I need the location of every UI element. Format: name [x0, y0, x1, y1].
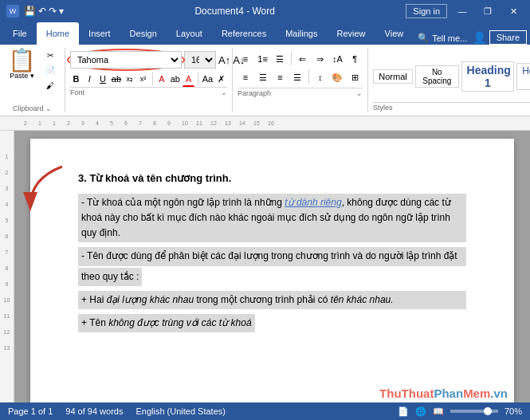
vruler-mark: 4	[6, 196, 9, 212]
style-heading2[interactable]: Heading 2	[516, 63, 530, 90]
align-left-button[interactable]: ≡	[238, 69, 253, 85]
para5-start: + Tên	[81, 317, 108, 328]
view-read-icon[interactable]: 📖	[433, 406, 444, 417]
watermark-vn: .vn	[490, 387, 508, 400]
styles-section: Normal No Spacing Heading 1 Heading 2 ▲ …	[368, 48, 530, 112]
tab-mailings[interactable]: Mailings	[276, 22, 327, 45]
view-web-icon[interactable]: 🌐	[415, 406, 426, 417]
undo-redo-group: 💾 ↶ ↷ ▾	[24, 6, 64, 17]
copy-button[interactable]: 📄	[41, 63, 60, 77]
para5-italic: không được trùng với các từ khoá	[108, 317, 251, 328]
clipboard-label-text: Clipboard	[13, 104, 44, 112]
text-effects-button[interactable]: A	[156, 71, 168, 87]
para2-span: - Tên được dùng để phân biệt các đại lượ…	[81, 250, 457, 261]
tab-layout[interactable]: Layout	[167, 22, 212, 45]
vruler-mark: 6	[6, 228, 9, 244]
decrease-indent-button[interactable]: ⇐	[295, 51, 311, 67]
tab-references[interactable]: References	[212, 22, 276, 45]
italic-button[interactable]: I	[84, 71, 96, 87]
para4-text: + Hai đại lượng khác nhau trong một chươ…	[81, 292, 463, 308]
change-case-button[interactable]: Aa	[202, 71, 214, 87]
tab-file[interactable]: File	[3, 22, 37, 45]
sort-button[interactable]: ↕A	[330, 51, 346, 67]
page-info: Page 1 of 1	[8, 406, 53, 416]
strikethrough-button[interactable]: ab	[110, 71, 122, 87]
redo-button[interactable]: ↷	[49, 6, 57, 17]
para3-block: theo quy tắc :	[78, 268, 142, 286]
clipboard-label: Clipboard ⌄	[13, 104, 52, 112]
borders-button[interactable]: ⊞	[347, 69, 363, 85]
superscript-button[interactable]: x²	[137, 71, 149, 87]
font-name-select[interactable]: Tahoma	[70, 51, 182, 69]
sign-in-button[interactable]: Sign in	[406, 4, 447, 18]
language-info: English (United States)	[135, 406, 226, 416]
font-row1: Tahoma 16 A↑ A↓	[70, 51, 227, 69]
ruler-mark: 5	[110, 120, 124, 126]
styles-gallery: Normal No Spacing Heading 1 Heading 2 ▲ …	[373, 51, 530, 102]
font-size-select[interactable]: 16	[184, 51, 216, 69]
statusbar-right: 📄 🌐 📖 70%	[398, 406, 522, 417]
minimize-button[interactable]: —	[452, 4, 473, 18]
cut-button[interactable]: ✂	[41, 48, 60, 62]
save-button[interactable]: 💾	[24, 6, 36, 17]
vruler-mark: 3	[6, 180, 9, 196]
tab-view[interactable]: View	[375, 22, 414, 45]
share-button[interactable]: Share	[489, 30, 527, 45]
zoom-thumb	[484, 407, 492, 415]
align-center-button[interactable]: ☰	[255, 69, 271, 85]
paragraph-expand-icon[interactable]: ⌄	[356, 89, 363, 97]
shading-button[interactable]: 🎨	[330, 69, 346, 85]
tell-me-input[interactable]: 🔍 Tell me...	[413, 31, 472, 45]
close-button[interactable]: ✕	[503, 4, 524, 18]
ruler-mark: 6	[124, 120, 139, 126]
para4-block: + Hai đại lượng khác nhau trong một chươ…	[78, 291, 466, 309]
bold-button[interactable]: B	[70, 71, 82, 87]
subscript-button[interactable]: x₂	[124, 71, 135, 87]
clear-format-button[interactable]: ✗	[215, 71, 227, 87]
restore-button[interactable]: ❐	[477, 4, 498, 18]
font-name-wrapper: Tahoma	[70, 51, 182, 69]
styles-label: Styles	[373, 104, 393, 112]
format-painter-button[interactable]: 🖌	[41, 78, 60, 92]
search-icon: 🔍	[418, 33, 429, 43]
align-right-button[interactable]: ≡	[272, 69, 288, 85]
numbering-button[interactable]: 1≡	[255, 51, 271, 67]
style-no-spacing[interactable]: No Spacing	[415, 65, 459, 88]
para2-block: - Tên được dùng để phân biệt các đại lượ…	[78, 247, 466, 265]
style-heading1[interactable]: Heading 1	[461, 61, 515, 92]
separator3	[291, 51, 292, 65]
paste-button[interactable]: 📋 Paste ▾	[5, 48, 39, 81]
vruler-mark: 11	[4, 308, 10, 324]
tab-insert[interactable]: Insert	[79, 22, 120, 45]
font-expand-icon[interactable]: ⌄	[221, 88, 227, 96]
page-wrapper: 3. Từ khoá và tên chương trình. - Từ kho…	[14, 131, 530, 402]
watermark-mem: Mem	[463, 387, 490, 400]
watermark: ThuThuatPhanMem.vn	[379, 384, 508, 402]
bullets-button[interactable]: ≡	[238, 51, 253, 67]
tab-home[interactable]: Home	[37, 22, 79, 45]
show-marks-button[interactable]: ¶	[347, 51, 363, 67]
justify-button[interactable]: ☰	[289, 69, 305, 85]
font-color-button[interactable]: A	[183, 71, 194, 87]
style-normal[interactable]: Normal	[373, 69, 413, 84]
para4-start: + Hai	[81, 294, 107, 305]
line-spacing-button[interactable]: ↕	[312, 69, 328, 85]
view-print-icon[interactable]: 📄	[398, 406, 409, 417]
highlight-color-button[interactable]: ab	[169, 71, 181, 87]
share-area: 👤 Share	[473, 30, 527, 45]
clipboard-expand-icon[interactable]: ⌄	[45, 104, 52, 112]
multilevel-button[interactable]: ☰	[272, 51, 288, 67]
paste-icon: 📋	[8, 49, 36, 72]
tab-review[interactable]: Review	[328, 22, 375, 45]
underline-button[interactable]: U	[97, 71, 109, 87]
increase-indent-button[interactable]: ⇒	[312, 51, 328, 67]
para-section-footer: Paragraph ⌄	[238, 88, 363, 97]
increase-font-button[interactable]: A↑	[218, 54, 230, 66]
zoom-slider[interactable]	[450, 410, 498, 413]
font-label: Font	[70, 88, 84, 96]
undo-button[interactable]: ↶	[38, 6, 46, 17]
status-bar: Page 1 of 1 94 of 94 words English (Unit…	[0, 402, 530, 420]
ribbon-tab-bar: File Home Insert Design Layout Reference…	[0, 22, 530, 45]
tab-design[interactable]: Design	[120, 22, 167, 45]
zoom-level: 70%	[504, 406, 522, 416]
